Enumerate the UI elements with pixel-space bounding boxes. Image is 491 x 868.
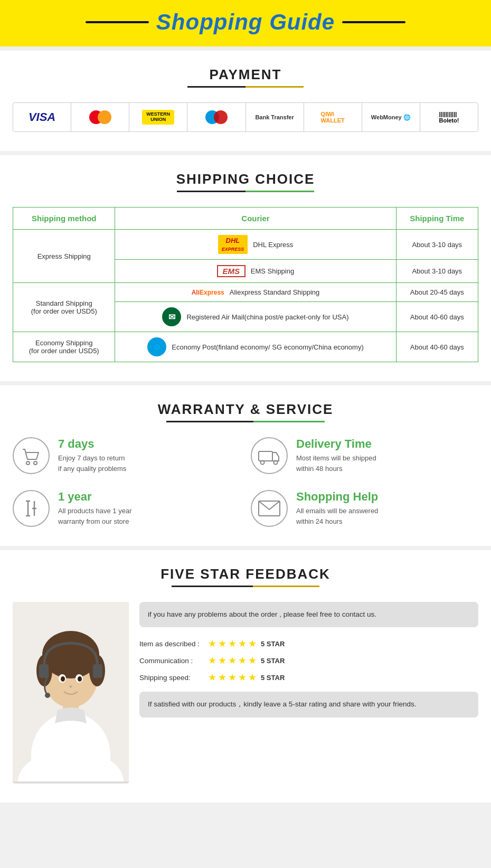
method-economy: Economy Shipping(for order under USD5) [13, 332, 115, 362]
visa-icon: VISA [13, 103, 71, 131]
payment-section: PAYMENT VISA WESTERNUNION Bank Transfer … [0, 51, 491, 151]
rating-label-communication: Communication : [139, 657, 208, 665]
payment-underline [187, 86, 304, 88]
envelope-icon [251, 490, 288, 527]
star-label-communication: 5 STAR [261, 657, 285, 665]
table-row: Standard Shipping(for order over USD5) A… [13, 283, 478, 302]
cart-icon [13, 437, 50, 474]
truck-icon [251, 437, 288, 474]
payment-icons-row: VISA WESTERNUNION Bank Transfer QIWIWALL… [13, 102, 478, 132]
courier-chinapost: ✉ Registered Air Mail(china post/e packe… [115, 302, 396, 332]
payment-title: PAYMENT [13, 67, 478, 83]
time-dhl: About 3-10 days [396, 230, 478, 260]
warranty-item-days: 7 days Enjoy 7 days to returnif any qual… [13, 437, 240, 474]
shipping-table: Shipping method Courier Shipping Time Ex… [13, 207, 478, 362]
time-aliexpress: About 20-45 days [396, 283, 478, 302]
western-union-icon: WESTERNUNION [129, 103, 187, 131]
feedback-title: FIVE STAR FEEDBACK [13, 566, 478, 582]
courier-ems: EMS EMS Shipping [115, 260, 396, 283]
rating-label-shipping: Shipping speed: [139, 674, 208, 682]
svg-point-23 [78, 676, 82, 682]
rating-label-described: Item as described : [139, 640, 208, 648]
warranty-grid: 7 days Enjoy 7 days to returnif any qual… [13, 437, 478, 527]
help-title: Shopping Help [296, 490, 478, 504]
svg-point-26 [45, 693, 50, 698]
speech-bubble-top: if you have any problems about the order… [139, 602, 478, 627]
courier-economy: 🌐 Economy Post(finland economy/ SG econo… [115, 332, 396, 362]
shipping-section: SHIPPING CHOICE Shipping method Courier … [0, 155, 491, 381]
stars-shipping: ★ ★ ★ ★ ★ [208, 672, 257, 683]
shipping-title: SHIPPING CHOICE [13, 171, 478, 187]
star-label-shipping: 5 STAR [261, 674, 285, 682]
time-chinapost: About 40-60 days [396, 302, 478, 332]
svg-point-1 [34, 461, 37, 465]
boleto-icon: |||||||||||Boleto! [420, 103, 478, 131]
warranty-item-delivery: Delivery Time Most items will be shipped… [251, 437, 478, 474]
webmoney-icon: WebMoney 🌐 [362, 103, 420, 131]
time-economy: About 40-60 days [396, 332, 478, 362]
delivery-title: Delivery Time [296, 437, 478, 451]
col-header-courier: Courier [115, 207, 396, 230]
table-header-row: Shipping method Courier Shipping Time [13, 207, 478, 230]
feedback-person-image [13, 602, 129, 784]
warranty-underline [166, 421, 325, 422]
rating-item-described: Item as described : ★ ★ ★ ★ ★ 5 STAR [139, 638, 478, 649]
year-title: 1 year [58, 490, 240, 504]
mastercard-icon [71, 103, 129, 131]
rating-item-shipping: Shipping speed: ★ ★ ★ ★ ★ 5 STAR [139, 672, 478, 683]
maestro-icon [187, 103, 246, 131]
feedback-section: FIVE STAR FEEDBACK [0, 550, 491, 803]
shipping-underline [177, 191, 314, 192]
method-express: Express Shipping [13, 230, 115, 283]
help-desc: All emails will be answeredwithin 24 hou… [296, 506, 478, 526]
speech-bubble-bottom: If satisfied with our products，kindly le… [139, 692, 478, 717]
time-ems: About 3-10 days [396, 260, 478, 283]
qiwi-icon: QIWIWALLET [304, 103, 362, 131]
rating-item-communication: Communication : ★ ★ ★ ★ ★ 5 STAR [139, 655, 478, 666]
feedback-content: if you have any problems about the order… [13, 602, 478, 784]
header-line-left [86, 21, 149, 23]
courier-dhl: DHLEXPRESS DHL Express [115, 230, 396, 260]
stars-described: ★ ★ ★ ★ ★ [208, 638, 257, 649]
table-row: Express Shipping DHLEXPRESS DHL Express … [13, 230, 478, 260]
svg-point-0 [26, 461, 30, 465]
tools-icon [13, 490, 50, 527]
svg-rect-2 [259, 451, 272, 461]
warranty-item-help: Shopping Help All emails will be answere… [251, 490, 478, 527]
days-title: 7 days [58, 437, 240, 451]
col-header-time: Shipping Time [396, 207, 478, 230]
col-header-method: Shipping method [13, 207, 115, 230]
feedback-right: if you have any problems about the order… [139, 602, 478, 718]
warranty-item-year: 1 year All products have 1 yearwarranty … [13, 490, 240, 527]
delivery-desc: Most items will be shippedwithin 48 hour… [296, 453, 478, 474]
method-standard: Standard Shipping(for order over USD5) [13, 283, 115, 332]
ratings-list: Item as described : ★ ★ ★ ★ ★ 5 STAR Com… [139, 638, 478, 683]
bank-transfer-icon: Bank Transfer [246, 103, 304, 131]
feedback-underline [172, 586, 319, 587]
warranty-title: WARRANTY & SERVICE [13, 401, 478, 418]
courier-aliexpress: AliExpress Aliexpress Standard Shipping [115, 283, 396, 302]
stars-communication: ★ ★ ★ ★ ★ [208, 655, 257, 666]
days-desc: Enjoy 7 days to returnif any quality pro… [58, 453, 240, 474]
warranty-section: WARRANTY & SERVICE 7 days Enjoy 7 days t… [0, 385, 491, 546]
header-banner: Shopping Guide [0, 0, 491, 46]
table-row: Economy Shipping(for order under USD5) 🌐… [13, 332, 478, 362]
year-desc: All products have 1 yearwarranty from ou… [58, 506, 240, 526]
svg-rect-25 [93, 664, 102, 678]
header-title: Shopping Guide [156, 10, 335, 35]
header-line-right [342, 21, 405, 23]
svg-point-22 [61, 676, 65, 682]
star-label-described: 5 STAR [261, 640, 285, 648]
